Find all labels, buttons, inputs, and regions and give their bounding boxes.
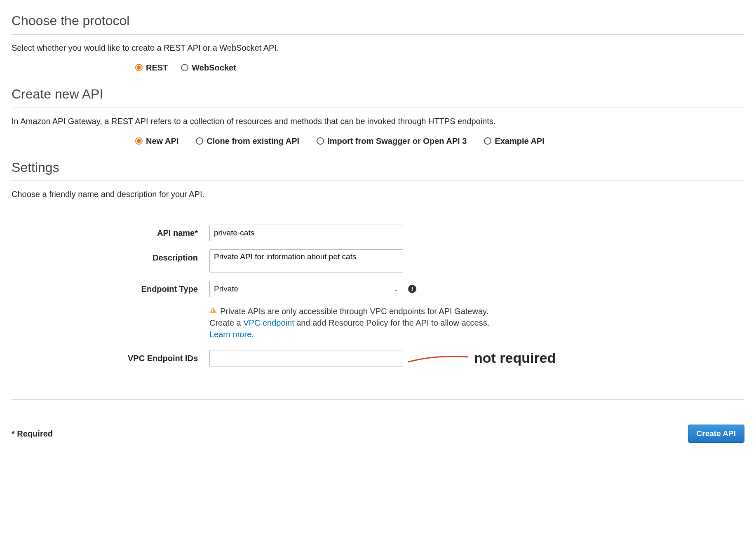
vpc-endpoint-ids-input[interactable] — [209, 350, 403, 366]
create-radio-group: New API Clone from existing API Import f… — [135, 135, 744, 147]
radio-icon — [196, 137, 203, 145]
create-heading: Create new API — [12, 85, 744, 103]
settings-desc: Choose a friendly name and description f… — [12, 188, 744, 200]
label-endpoint-type: Endpoint Type — [12, 281, 209, 295]
radio-icon — [135, 64, 143, 71]
row-endpoint-type: Endpoint Type Private ⌄ i — [12, 281, 744, 297]
endpoint-type-value: Private — [214, 284, 238, 295]
radio-new-label: New API — [146, 135, 178, 147]
divider — [12, 34, 744, 35]
divider — [12, 108, 744, 108]
info-icon[interactable]: i — [408, 285, 416, 293]
radio-clone[interactable]: Clone from existing API — [196, 135, 299, 147]
protocol-desc: Select whether you would like to create … — [12, 42, 744, 54]
warning-icon — [209, 307, 217, 313]
protocol-radio-group: REST WebSocket — [135, 62, 744, 73]
annotation-text: not required — [474, 348, 556, 368]
learn-more-link[interactable]: Learn more. — [209, 330, 254, 339]
radio-rest-label: REST — [146, 62, 168, 73]
label-description: Description — [12, 249, 209, 263]
radio-rest[interactable]: REST — [135, 62, 168, 73]
row-vpc-endpoint-ids: VPC Endpoint IDs not required — [12, 350, 744, 366]
row-api-name: API name* — [12, 225, 744, 241]
protocol-heading: Choose the protocol — [12, 12, 744, 30]
required-note: * Required — [12, 428, 53, 439]
radio-icon — [181, 64, 188, 71]
annotation: not required — [407, 348, 556, 368]
endpoint-type-select[interactable]: Private ⌄ — [209, 281, 403, 297]
vpc-endpoint-link[interactable]: VPC endpoint — [243, 318, 294, 327]
radio-websocket[interactable]: WebSocket — [181, 62, 236, 73]
label-vpc-endpoint-ids: VPC Endpoint IDs — [12, 350, 209, 364]
footer: * Required Create API — [12, 425, 744, 443]
create-api-button[interactable]: Create API — [688, 425, 744, 443]
radio-example-label: Example API — [495, 135, 544, 147]
endpoint-warning: Private APIs are only accessible through… — [209, 305, 547, 340]
warning-text-2a: Create a — [209, 318, 243, 327]
api-name-input[interactable] — [209, 225, 403, 241]
radio-websocket-label: WebSocket — [192, 62, 236, 73]
radio-import[interactable]: Import from Swagger or Open API 3 — [317, 135, 467, 147]
description-input[interactable]: Private API for information about pet ca… — [209, 249, 403, 272]
radio-example[interactable]: Example API — [484, 135, 544, 147]
divider — [12, 399, 744, 400]
radio-import-label: Import from Swagger or Open API 3 — [327, 135, 467, 147]
divider — [12, 181, 744, 181]
create-desc: In Amazon API Gateway, a REST API refers… — [12, 115, 744, 127]
radio-new-api[interactable]: New API — [135, 135, 178, 147]
settings-heading: Settings — [12, 158, 744, 177]
radio-icon — [317, 137, 324, 145]
annotation-arrow-icon — [407, 352, 469, 364]
warning-text-2b: and add Resource Policy for the API to a… — [294, 318, 490, 327]
label-api-name: API name* — [12, 225, 209, 239]
radio-icon — [135, 137, 143, 145]
chevron-down-icon: ⌄ — [394, 285, 399, 293]
warning-text-1: Private APIs are only accessible through… — [220, 305, 488, 317]
row-description: Description Private API for information … — [12, 249, 744, 272]
radio-clone-label: Clone from existing API — [207, 135, 299, 147]
radio-icon — [484, 137, 491, 145]
